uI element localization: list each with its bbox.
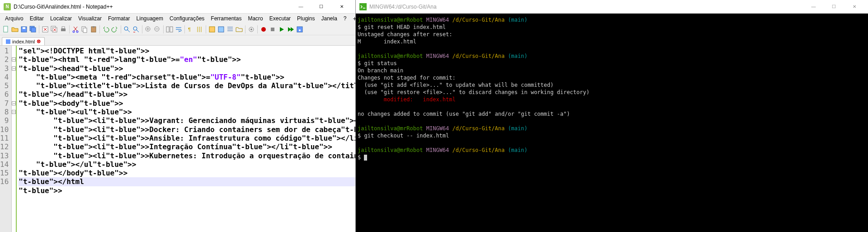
term-maximize-button[interactable]: ☐ [824, 0, 844, 13]
svg-rect-24 [218, 27, 224, 32]
save-icon[interactable] [20, 25, 28, 33]
line-numbers: 1 2 3 4 5 6 7 8 9 10 11 12 13 14 15 16 [0, 46, 12, 232]
menu-plugins[interactable]: Plugins [294, 14, 318, 23]
terminal-title: MINGW64:/d/Curso-Git/Ana [369, 4, 803, 10]
svg-rect-4 [31, 28, 36, 32]
open-file-icon[interactable] [11, 25, 19, 33]
find-icon[interactable] [123, 25, 131, 33]
redo-icon[interactable] [111, 25, 119, 33]
tabbar: index.html ⊗ [0, 35, 355, 45]
svg-rect-0 [4, 26, 8, 32]
menu-executar[interactable]: Executar [266, 14, 294, 23]
play-multi-icon[interactable] [287, 25, 295, 33]
svg-text:¶: ¶ [188, 27, 191, 32]
copy-icon[interactable] [80, 25, 89, 33]
close-all-icon[interactable] [50, 25, 58, 33]
svg-rect-28 [271, 28, 274, 31]
svg-point-27 [261, 27, 266, 32]
menu-macro[interactable]: Macro [245, 14, 266, 23]
monitor-icon[interactable] [247, 25, 255, 33]
terminal-output[interactable]: jailtonsilva@mrRobot MINGW64 /d/Curso-Gi… [356, 14, 868, 232]
menubar: Arquivo Editar Localizar Visualizar Form… [0, 14, 355, 24]
show-chars-icon[interactable]: ¶ [187, 25, 195, 33]
svg-point-17 [133, 27, 137, 30]
zoom-out-icon[interactable] [153, 25, 161, 33]
menu-ferramentas[interactable]: Ferramentas [208, 14, 245, 23]
menu-editar[interactable]: Editar [27, 14, 47, 23]
terminal-titlebar: MINGW64:/d/Curso-Git/Ana — ☐ ✕ [356, 0, 868, 14]
terminal-icon [359, 3, 367, 10]
menu-formatar[interactable]: Formatar [105, 14, 133, 23]
close-button[interactable]: ✕ [331, 0, 352, 13]
term-minimize-button[interactable]: — [803, 0, 824, 13]
close-file-icon[interactable] [41, 25, 49, 33]
svg-rect-21 [170, 27, 173, 32]
svg-rect-8 [61, 28, 66, 31]
tab-index-html[interactable]: index.html ⊗ [2, 37, 45, 45]
menu-arquivo[interactable]: Arquivo [2, 14, 27, 23]
svg-rect-32 [359, 3, 367, 10]
func-list-icon[interactable] [226, 25, 234, 33]
svg-rect-13 [83, 28, 87, 33]
save-macro-icon[interactable] [296, 25, 304, 33]
terminal-window: MINGW64:/d/Curso-Git/Ana — ☐ ✕ jailtonsi… [356, 0, 868, 232]
menu-configuracoes[interactable]: Configurações [166, 14, 208, 23]
print-icon[interactable] [59, 25, 67, 33]
fold-column[interactable]: −−−− [12, 46, 17, 232]
svg-rect-23 [209, 27, 215, 32]
menu-help[interactable]: ? [340, 14, 350, 23]
svg-rect-31 [6, 39, 10, 44]
play-macro-icon[interactable] [278, 25, 286, 33]
tab-label: index.html [12, 39, 35, 44]
app-icon: N [4, 3, 11, 10]
svg-rect-20 [166, 27, 169, 32]
menu-janela[interactable]: Janela [318, 14, 340, 23]
term-close-button[interactable]: ✕ [844, 0, 864, 13]
new-file-icon[interactable] [2, 25, 10, 33]
doc-map-icon[interactable] [217, 25, 225, 33]
titlebar: N D:\Curso-Git\Ana\index.html - Notepad+… [0, 0, 355, 14]
record-macro-icon[interactable] [259, 25, 268, 33]
wrap-icon[interactable] [175, 25, 183, 33]
undo-icon[interactable] [102, 25, 110, 33]
maximize-button[interactable]: ☐ [311, 0, 331, 13]
menu-visualizar[interactable]: Visualizar [75, 14, 105, 23]
svg-rect-15 [93, 26, 94, 28]
menu-linguagem[interactable]: Linguagem [133, 14, 166, 23]
minimize-button[interactable]: — [291, 0, 311, 13]
lang-icon[interactable] [208, 25, 216, 33]
paste-icon[interactable] [90, 25, 98, 33]
indent-guide-icon[interactable] [196, 25, 204, 33]
notepadpp-window: N D:\Curso-Git\Ana\index.html - Notepad+… [0, 0, 356, 232]
svg-point-16 [124, 27, 128, 30]
cut-icon[interactable] [71, 25, 80, 33]
toolbar: ¶ [0, 24, 355, 35]
zoom-in-icon[interactable] [144, 25, 152, 33]
svg-rect-2 [23, 27, 25, 29]
folder-panel-icon[interactable] [235, 25, 243, 33]
svg-point-30 [299, 29, 301, 31]
tab-close-icon[interactable]: ⊗ [37, 38, 41, 44]
sync-scroll-icon[interactable] [165, 25, 174, 33]
save-all-icon[interactable] [29, 25, 37, 33]
replace-icon[interactable] [132, 25, 140, 33]
file-status-icon [6, 39, 10, 44]
code-area[interactable]: "sel"><!DOCTYPE html"t-blue">> "t-blue">… [17, 46, 355, 232]
svg-point-26 [250, 28, 252, 30]
window-title: D:\Curso-Git\Ana\index.html - Notepad++ [14, 4, 291, 10]
svg-rect-9 [62, 27, 65, 28]
stop-macro-icon[interactable] [269, 25, 277, 33]
editor[interactable]: 1 2 3 4 5 6 7 8 9 10 11 12 13 14 15 16 −… [0, 45, 355, 232]
menu-localizar[interactable]: Localizar [47, 14, 75, 23]
